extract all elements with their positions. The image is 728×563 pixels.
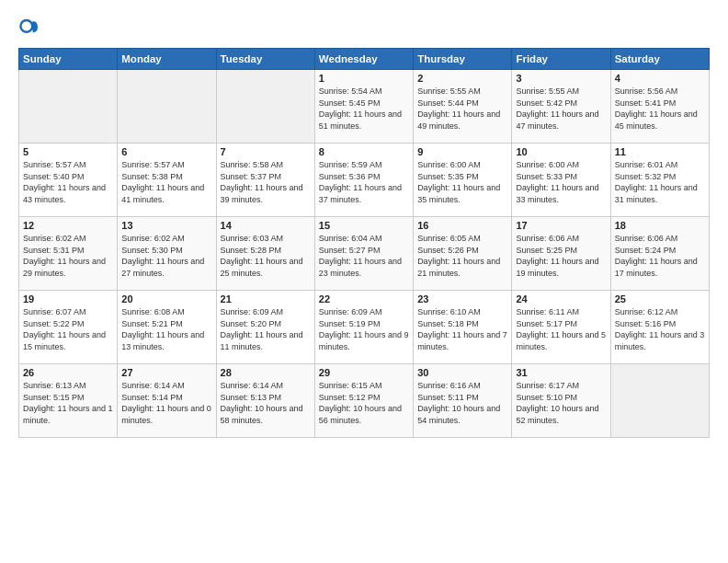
day-header-wednesday: Wednesday xyxy=(314,49,413,70)
calendar-week-4: 19Sunrise: 6:07 AM Sunset: 5:22 PM Dayli… xyxy=(19,291,710,364)
cell-day-number: 27 xyxy=(121,367,211,378)
calendar-cell: 27Sunrise: 6:14 AM Sunset: 5:14 PM Dayli… xyxy=(118,364,216,438)
calendar-cell: 25Sunrise: 6:12 AM Sunset: 5:16 PM Dayli… xyxy=(610,291,709,364)
calendar-cell: 4Sunrise: 5:56 AM Sunset: 5:41 PM Daylig… xyxy=(610,70,709,144)
cell-day-number: 25 xyxy=(615,293,705,304)
cell-day-number: 29 xyxy=(319,367,409,378)
cell-info: Sunrise: 6:08 AM Sunset: 5:21 PM Dayligh… xyxy=(121,306,211,352)
cell-info: Sunrise: 5:57 AM Sunset: 5:40 PM Dayligh… xyxy=(23,159,113,205)
cell-day-number: 18 xyxy=(615,220,705,231)
calendar-cell: 9Sunrise: 6:00 AM Sunset: 5:35 PM Daylig… xyxy=(414,144,512,217)
cell-day-number: 2 xyxy=(417,73,507,84)
cell-info: Sunrise: 6:05 AM Sunset: 5:26 PM Dayligh… xyxy=(417,233,507,279)
cell-day-number: 1 xyxy=(319,73,409,84)
calendar-cell: 30Sunrise: 6:16 AM Sunset: 5:11 PM Dayli… xyxy=(414,364,512,438)
cell-day-number: 7 xyxy=(221,146,311,157)
cell-day-number: 23 xyxy=(417,293,507,304)
cell-day-number: 22 xyxy=(319,293,409,304)
cell-day-number: 11 xyxy=(615,146,705,157)
calendar-page: SundayMondayTuesdayWednesdayThursdayFrid… xyxy=(0,0,728,563)
cell-info: Sunrise: 6:13 AM Sunset: 5:15 PM Dayligh… xyxy=(23,380,113,426)
calendar-cell: 19Sunrise: 6:07 AM Sunset: 5:22 PM Dayli… xyxy=(19,291,118,364)
calendar-cell: 24Sunrise: 6:11 AM Sunset: 5:17 PM Dayli… xyxy=(512,291,610,364)
cell-info: Sunrise: 6:15 AM Sunset: 5:12 PM Dayligh… xyxy=(319,380,409,426)
cell-info: Sunrise: 6:00 AM Sunset: 5:35 PM Dayligh… xyxy=(417,159,507,205)
calendar-cell: 26Sunrise: 6:13 AM Sunset: 5:15 PM Dayli… xyxy=(19,364,118,438)
calendar-cell: 31Sunrise: 6:17 AM Sunset: 5:10 PM Dayli… xyxy=(512,364,610,438)
cell-info: Sunrise: 5:55 AM Sunset: 5:42 PM Dayligh… xyxy=(516,86,606,132)
svg-point-0 xyxy=(20,20,32,32)
calendar-cell xyxy=(19,70,118,144)
cell-info: Sunrise: 6:14 AM Sunset: 5:13 PM Dayligh… xyxy=(221,380,311,426)
cell-info: Sunrise: 6:06 AM Sunset: 5:25 PM Dayligh… xyxy=(516,233,606,279)
cell-info: Sunrise: 6:06 AM Sunset: 5:24 PM Dayligh… xyxy=(615,233,705,279)
calendar-cell: 14Sunrise: 6:03 AM Sunset: 5:28 PM Dayli… xyxy=(216,217,314,291)
cell-day-number: 31 xyxy=(516,367,606,378)
cell-info: Sunrise: 6:02 AM Sunset: 5:31 PM Dayligh… xyxy=(23,233,113,279)
calendar-cell: 16Sunrise: 6:05 AM Sunset: 5:26 PM Dayli… xyxy=(414,217,512,291)
day-header-thursday: Thursday xyxy=(414,49,512,70)
calendar-cell: 18Sunrise: 6:06 AM Sunset: 5:24 PM Dayli… xyxy=(610,217,709,291)
cell-day-number: 20 xyxy=(121,293,211,304)
calendar-cell: 23Sunrise: 6:10 AM Sunset: 5:18 PM Dayli… xyxy=(414,291,512,364)
calendar-cell: 21Sunrise: 6:09 AM Sunset: 5:20 PM Dayli… xyxy=(216,291,314,364)
calendar-cell: 17Sunrise: 6:06 AM Sunset: 5:25 PM Dayli… xyxy=(512,217,610,291)
day-header-saturday: Saturday xyxy=(610,49,709,70)
cell-info: Sunrise: 5:59 AM Sunset: 5:36 PM Dayligh… xyxy=(319,159,409,205)
calendar-week-3: 12Sunrise: 6:02 AM Sunset: 5:31 PM Dayli… xyxy=(19,217,710,291)
calendar-cell: 28Sunrise: 6:14 AM Sunset: 5:13 PM Dayli… xyxy=(216,364,314,438)
calendar-week-1: 1Sunrise: 5:54 AM Sunset: 5:45 PM Daylig… xyxy=(19,70,710,144)
logo xyxy=(18,17,44,39)
cell-info: Sunrise: 6:03 AM Sunset: 5:28 PM Dayligh… xyxy=(221,233,311,279)
day-header-friday: Friday xyxy=(512,49,610,70)
calendar-body: 1Sunrise: 5:54 AM Sunset: 5:45 PM Daylig… xyxy=(19,70,710,438)
day-header-monday: Monday xyxy=(118,49,216,70)
calendar-cell: 11Sunrise: 6:01 AM Sunset: 5:32 PM Dayli… xyxy=(610,144,709,217)
cell-info: Sunrise: 5:57 AM Sunset: 5:38 PM Dayligh… xyxy=(121,159,211,205)
cell-info: Sunrise: 6:12 AM Sunset: 5:16 PM Dayligh… xyxy=(615,306,705,352)
cell-day-number: 19 xyxy=(23,293,113,304)
cell-info: Sunrise: 6:10 AM Sunset: 5:18 PM Dayligh… xyxy=(417,306,507,352)
cell-day-number: 24 xyxy=(516,293,606,304)
day-header-sunday: Sunday xyxy=(19,49,118,70)
cell-day-number: 5 xyxy=(23,146,113,157)
calendar-week-5: 26Sunrise: 6:13 AM Sunset: 5:15 PM Dayli… xyxy=(19,364,710,438)
calendar-cell xyxy=(216,70,314,144)
cell-info: Sunrise: 6:07 AM Sunset: 5:22 PM Dayligh… xyxy=(23,306,113,352)
cell-info: Sunrise: 5:58 AM Sunset: 5:37 PM Dayligh… xyxy=(221,159,311,205)
calendar-week-2: 5Sunrise: 5:57 AM Sunset: 5:40 PM Daylig… xyxy=(19,144,710,217)
cell-day-number: 8 xyxy=(319,146,409,157)
calendar-cell: 7Sunrise: 5:58 AM Sunset: 5:37 PM Daylig… xyxy=(216,144,314,217)
cell-info: Sunrise: 5:56 AM Sunset: 5:41 PM Dayligh… xyxy=(615,86,705,132)
calendar-cell: 5Sunrise: 5:57 AM Sunset: 5:40 PM Daylig… xyxy=(19,144,118,217)
calendar-cell: 1Sunrise: 5:54 AM Sunset: 5:45 PM Daylig… xyxy=(314,70,413,144)
calendar-cell: 13Sunrise: 6:02 AM Sunset: 5:30 PM Dayli… xyxy=(118,217,216,291)
cell-info: Sunrise: 6:17 AM Sunset: 5:10 PM Dayligh… xyxy=(516,380,606,426)
cell-day-number: 10 xyxy=(516,146,606,157)
cell-info: Sunrise: 6:09 AM Sunset: 5:20 PM Dayligh… xyxy=(221,306,311,352)
cell-day-number: 26 xyxy=(23,367,113,378)
header-row: SundayMondayTuesdayWednesdayThursdayFrid… xyxy=(19,49,710,70)
cell-day-number: 4 xyxy=(615,73,705,84)
calendar-cell: 22Sunrise: 6:09 AM Sunset: 5:19 PM Dayli… xyxy=(314,291,413,364)
calendar-cell xyxy=(610,364,709,438)
cell-info: Sunrise: 5:54 AM Sunset: 5:45 PM Dayligh… xyxy=(319,86,409,132)
cell-day-number: 12 xyxy=(23,220,113,231)
calendar-cell: 12Sunrise: 6:02 AM Sunset: 5:31 PM Dayli… xyxy=(19,217,118,291)
calendar-cell: 20Sunrise: 6:08 AM Sunset: 5:21 PM Dayli… xyxy=(118,291,216,364)
cell-info: Sunrise: 6:09 AM Sunset: 5:19 PM Dayligh… xyxy=(319,306,409,352)
cell-info: Sunrise: 6:00 AM Sunset: 5:33 PM Dayligh… xyxy=(516,159,606,205)
cell-day-number: 16 xyxy=(417,220,507,231)
cell-day-number: 9 xyxy=(417,146,507,157)
cell-day-number: 21 xyxy=(221,293,311,304)
cell-day-number: 6 xyxy=(121,146,211,157)
cell-day-number: 14 xyxy=(221,220,311,231)
cell-info: Sunrise: 6:16 AM Sunset: 5:11 PM Dayligh… xyxy=(417,380,507,426)
calendar-cell: 3Sunrise: 5:55 AM Sunset: 5:42 PM Daylig… xyxy=(512,70,610,144)
day-header-tuesday: Tuesday xyxy=(216,49,314,70)
calendar-cell: 10Sunrise: 6:00 AM Sunset: 5:33 PM Dayli… xyxy=(512,144,610,217)
cell-day-number: 13 xyxy=(121,220,211,231)
calendar-cell: 6Sunrise: 5:57 AM Sunset: 5:38 PM Daylig… xyxy=(118,144,216,217)
calendar-cell: 29Sunrise: 6:15 AM Sunset: 5:12 PM Dayli… xyxy=(314,364,413,438)
calendar-table: SundayMondayTuesdayWednesdayThursdayFrid… xyxy=(18,48,710,438)
